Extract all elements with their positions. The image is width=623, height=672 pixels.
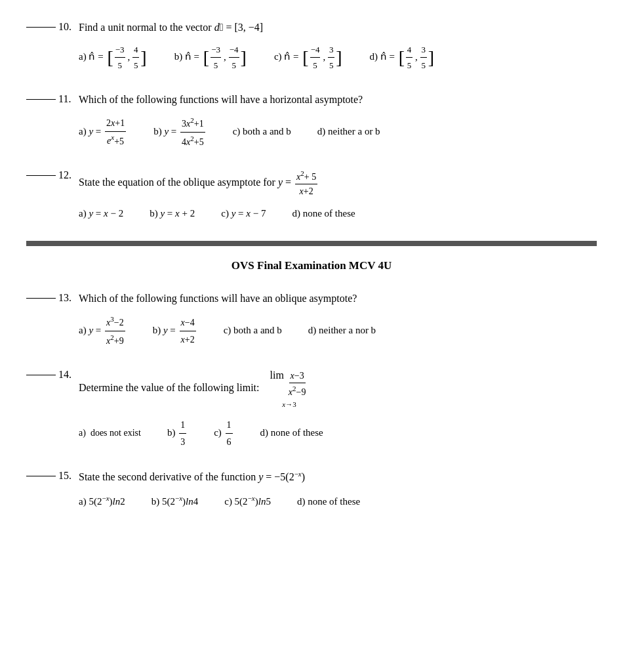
q15-option-b: b) 5(2−x)ln4	[151, 492, 199, 511]
exam-title: OVS Final Examination MCV 4U	[26, 259, 597, 272]
page: 10. Find a unit normal to the vector d⃗ …	[0, 0, 623, 549]
q10-option-a: a) n̂ = [ −3 5 , 4 5	[79, 42, 148, 74]
q10-content: Find a unit normal to the vector d⃗ = [3…	[79, 20, 597, 74]
q10-matrix-d: [ 4 5 , 3 5 ]	[399, 42, 434, 74]
frac-c14: 1 6	[226, 417, 233, 450]
q12-option-b: b) y = x + 2	[150, 205, 195, 222]
q14-text: Determine the value of the following lim…	[79, 368, 597, 410]
q12-option-c: c) y = x − 7	[221, 205, 266, 222]
question-15: 15. State the second derivative of the f…	[26, 469, 597, 510]
q11-options: a) y = 2x+1 ex+5 b) y = 3x2+1 4x2+5 c) b…	[79, 114, 597, 150]
q14-option-b: b) 1 3	[167, 417, 188, 450]
q13-number: 13.	[26, 291, 79, 304]
q12-text: State the equation of the oblique asympt…	[79, 168, 597, 198]
q14-option-c: c) 1 6	[214, 417, 233, 450]
q10-option-b: b) n̂ = [ −3 5 , −4 5	[174, 42, 248, 74]
q10-options: a) n̂ = [ −3 5 , 4 5	[79, 42, 597, 74]
q12-option-a: a) y = x − 2	[79, 205, 123, 222]
q10-option-d: d) n̂ = [ 4 5 , 3 5	[370, 42, 436, 74]
question-12: 12. State the equation of the oblique as…	[26, 168, 597, 222]
frac-a11: 2x+1 ex+5	[105, 115, 126, 150]
frac-q12: x2+ 5 x+2	[295, 168, 317, 198]
question-14: 14. Determine the value of the following…	[26, 368, 597, 451]
q15-option-d: d) none of these	[297, 493, 360, 511]
q14-option-a: a) does not exist	[79, 425, 141, 441]
frac-a13: x3−2 x2+9	[105, 313, 125, 349]
q15-option-c: c) 5(2−x)ln5	[224, 492, 271, 511]
q12-option-d: d) none of these	[292, 205, 355, 222]
q11-option-b: b) y = 3x2+1 4x2+5	[153, 114, 207, 150]
section-divider	[26, 241, 597, 246]
question-11: 11. Which of the following functions wil…	[26, 92, 597, 150]
question-10: 10. Find a unit normal to the vector d⃗ …	[26, 20, 597, 74]
q10-number: 10.	[26, 20, 79, 33]
q10-matrix-a: [ −3 5 , 4 5 ]	[107, 42, 146, 74]
q13-option-a: a) y = x3−2 x2+9	[79, 313, 127, 349]
q12-number: 12.	[26, 168, 79, 181]
q11-number: 11.	[26, 92, 79, 105]
frac-b13: x−4 x+2	[180, 314, 196, 348]
q15-option-a: a) 5(2−x)ln2	[79, 492, 125, 511]
q13-options: a) y = x3−2 x2+9 b) y = x−4 x+2 c) both …	[79, 313, 597, 349]
q12-content: State the equation of the oblique asympt…	[79, 168, 597, 222]
q15-text: State the second derivative of the funct…	[79, 469, 597, 485]
q10-option-c: c) n̂ = [ −4 5 , 3 5	[274, 42, 344, 74]
q15-content: State the second derivative of the funct…	[79, 469, 597, 510]
q12-options: a) y = x − 2 b) y = x + 2 c) y = x − 7 d…	[79, 205, 597, 222]
frac-b11: 3x2+1 4x2+5	[180, 114, 205, 150]
q14-option-d: d) none of these	[260, 424, 323, 442]
q11-text: Which of the following functions will ha…	[79, 92, 597, 108]
question-13: 13. Which of the following functions wil…	[26, 291, 597, 349]
q13-option-d: d) neither a nor b	[308, 322, 376, 339]
q11-content: Which of the following functions will ha…	[79, 92, 597, 150]
q14-number: 14.	[26, 368, 79, 381]
q11-option-a: a) y = 2x+1 ex+5	[79, 115, 127, 150]
frac-b14: 1 3	[179, 417, 186, 450]
q13-text: Which of the following functions will ha…	[79, 291, 597, 306]
q10-matrix-c: [ −4 5 , 3 5 ]	[302, 42, 342, 74]
q10-matrix-b: [ −3 5 , −4 5 ]	[203, 42, 247, 74]
q15-number: 15.	[26, 469, 79, 482]
q14-options: a) does not exist b) 1 3 c) 1 6	[79, 417, 597, 450]
q13-content: Which of the following functions will ha…	[79, 291, 597, 349]
q13-option-b: b) y = x−4 x+2	[153, 314, 197, 348]
q11-option-c: c) both a and b	[233, 123, 291, 140]
q11-option-d: d) neither a or b	[317, 123, 380, 140]
q10-text: Find a unit normal to the vector d⃗ = [3…	[79, 20, 597, 35]
q13-option-c: c) both a and b	[224, 322, 282, 339]
q15-options: a) 5(2−x)ln2 b) 5(2−x)ln4 c) 5(2−x)ln5 d…	[79, 492, 597, 511]
q14-content: Determine the value of the following lim…	[79, 368, 597, 451]
